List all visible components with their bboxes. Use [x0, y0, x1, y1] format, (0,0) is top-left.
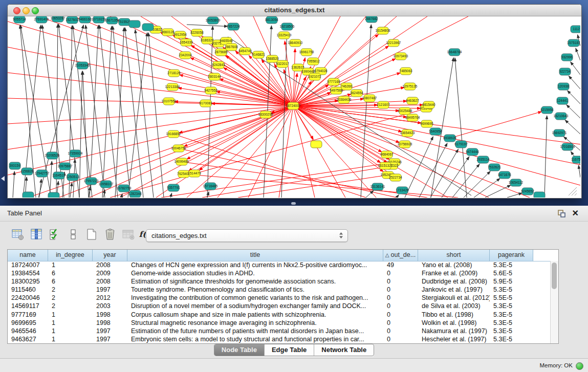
- graph-edge[interactable]: [8, 106, 293, 124]
- graph-edge[interactable]: [173, 134, 366, 198]
- graph-edge[interactable]: [50, 161, 52, 198]
- graph-edge[interactable]: [187, 25, 228, 27]
- table-row[interactable]: 946362711997Embryonic stem cells: a mode…: [8, 335, 558, 343]
- graph-edge[interactable]: [293, 106, 448, 198]
- graph-edge[interactable]: [79, 71, 82, 198]
- graph-edge[interactable]: [207, 26, 213, 198]
- column-header-title[interactable]: title: [127, 250, 383, 261]
- table-toolbar: f(x) citations_edges.txt: [0, 222, 588, 249]
- graph-edge[interactable]: [39, 179, 41, 198]
- tab-edge-table[interactable]: Edge Table: [265, 344, 314, 356]
- graph-edge[interactable]: [571, 62, 580, 75]
- table-row[interactable]: 969969511998Structural magnetic resonanc…: [8, 319, 558, 327]
- graph-node-label: 8215958: [540, 108, 554, 112]
- table-row[interactable]: 2242004622012Investigating the contribut…: [8, 294, 558, 302]
- tab-network-table[interactable]: Network Table: [314, 344, 374, 356]
- graph-edge[interactable]: [56, 24, 58, 198]
- scrollbar-thumb[interactable]: [552, 262, 557, 289]
- graph-edge[interactable]: [161, 162, 395, 198]
- graph-node[interactable]: [311, 141, 322, 148]
- graph-node[interactable]: [142, 24, 154, 31]
- graph-node-label: 1640954: [429, 129, 442, 133]
- delete-columns-button[interactable]: [103, 227, 117, 242]
- graph-node-label: 1167533: [572, 158, 580, 161]
- graph-edge[interactable]: [293, 106, 402, 132]
- graph-edge[interactable]: [74, 16, 293, 106]
- table-scrollbar[interactable]: [550, 261, 558, 343]
- table-cell: 2003: [93, 302, 127, 310]
- graph-edge[interactable]: [569, 76, 580, 89]
- graph-edge[interactable]: [450, 112, 541, 138]
- network-window[interactable]: citations_edges.txt 18724007746382296601…: [7, 4, 582, 199]
- graph-edge[interactable]: [188, 106, 293, 171]
- create-column-button[interactable]: [84, 227, 98, 242]
- deselect-rows-button[interactable]: [66, 227, 80, 242]
- graph-node-label: 16648784: [447, 50, 462, 54]
- table-row[interactable]: 977716911998Corpus callosum shape and si…: [8, 311, 558, 319]
- graph-node[interactable]: [48, 192, 59, 198]
- graph-edge[interactable]: [70, 183, 72, 198]
- graph-node-label: 16782759: [117, 186, 132, 190]
- table-cell: 0: [383, 335, 418, 343]
- graph-edge[interactable]: [576, 48, 580, 60]
- close-panel-icon[interactable]: ✕: [572, 208, 579, 218]
- column-header-year[interactable]: year: [93, 250, 127, 261]
- graph-edge[interactable]: [170, 193, 172, 198]
- float-panel-icon[interactable]: [558, 210, 565, 217]
- table-row[interactable]: 1456911722003Disruption of a novel membe…: [8, 302, 558, 310]
- graph-edge[interactable]: [565, 120, 580, 134]
- graph-edge[interactable]: [464, 171, 490, 198]
- graph-edge[interactable]: [361, 25, 371, 198]
- table-cell: Disruption of a novel member of a sodium…: [127, 302, 383, 310]
- graph-edge[interactable]: [8, 21, 293, 106]
- graph-edge[interactable]: [90, 25, 98, 198]
- resize-grip[interactable]: [569, 187, 577, 195]
- graph-edge[interactable]: [485, 185, 511, 198]
- table-cell: 2012: [93, 294, 127, 302]
- column-header-pagerank[interactable]: pagerank: [490, 250, 533, 261]
- graph-node[interactable]: [129, 20, 140, 28]
- table-mode-button[interactable]: [11, 227, 25, 242]
- graph-edge[interactable]: [69, 26, 72, 198]
- graph-edge[interactable]: [293, 106, 383, 172]
- graph-node-label: 1921072: [308, 75, 321, 78]
- graph-edge[interactable]: [545, 116, 547, 198]
- memory-status-indicator[interactable]: [576, 362, 583, 370]
- graph-node-label: 10958107: [99, 182, 114, 186]
- graph-edge[interactable]: [579, 165, 580, 178]
- table-row[interactable]: 911546021997Tourette syndrome. Phenomeno…: [8, 286, 558, 294]
- select-all-rows-button[interactable]: [48, 227, 61, 242]
- collapse-left-arrow-icon[interactable]: [1, 176, 5, 181]
- graph-edge[interactable]: [568, 91, 580, 104]
- graph-edge[interactable]: [507, 193, 522, 198]
- graph-edge[interactable]: [567, 105, 580, 118]
- network-canvas[interactable]: 1872400774638229660128991295416543392342…: [8, 16, 581, 198]
- graph-edge[interactable]: [90, 106, 293, 198]
- graph-edge[interactable]: [102, 26, 112, 198]
- graph-edge[interactable]: [224, 68, 293, 106]
- network-window-titlebar[interactable]: citations_edges.txt: [8, 5, 581, 16]
- column-header-name[interactable]: name: [8, 250, 48, 261]
- graph-node[interactable]: [534, 192, 545, 198]
- graph-edge[interactable]: [397, 195, 399, 198]
- table-selector-dropdown[interactable]: citations_edges.txt: [146, 229, 348, 242]
- graph-edge[interactable]: [279, 106, 293, 198]
- splitter-handle[interactable]: [291, 202, 296, 205]
- table-row[interactable]: 1938455462009Genome-wide association stu…: [8, 269, 558, 277]
- graph-edge[interactable]: [13, 171, 14, 198]
- graph-edge[interactable]: [238, 175, 388, 198]
- tab-node-table[interactable]: Node Table: [214, 344, 265, 356]
- table-row[interactable]: 1830029562008Estimation of significance …: [8, 277, 558, 286]
- table-row[interactable]: 1872400712008Changes of HCN gene express…: [8, 261, 558, 269]
- column-header-out_de[interactable]: △out_de...: [383, 250, 418, 261]
- column-header-in_degree[interactable]: in_degree: [48, 250, 93, 261]
- graph-edge[interactable]: [293, 106, 580, 144]
- table-row[interactable]: 946554611997Estimation of the future num…: [8, 327, 558, 335]
- graph-edge[interactable]: [58, 24, 79, 198]
- delete-table-button[interactable]: [121, 227, 135, 242]
- graph-edge[interactable]: [115, 28, 124, 198]
- graph-node[interactable]: [23, 192, 34, 198]
- column-header-short[interactable]: short: [418, 250, 490, 261]
- graph-edge[interactable]: [73, 26, 92, 198]
- select-columns-button[interactable]: [29, 227, 43, 242]
